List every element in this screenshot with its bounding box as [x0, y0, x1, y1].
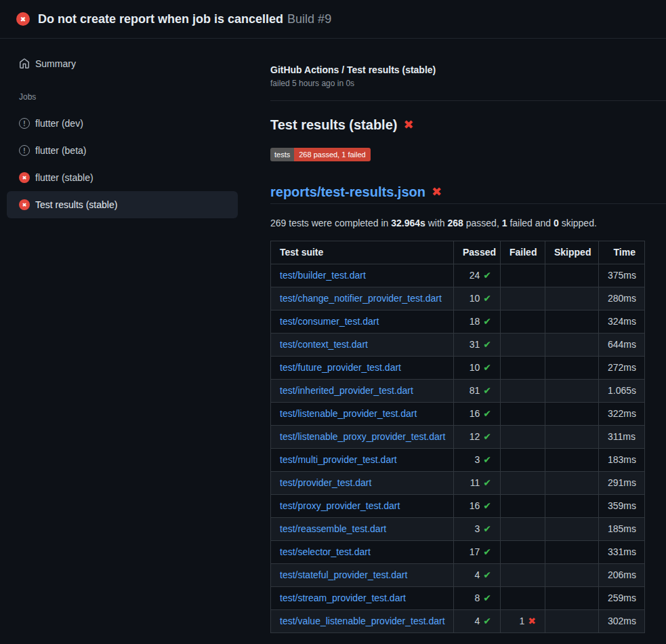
time-cell: 206ms — [599, 564, 645, 587]
failed-cell — [501, 264, 545, 287]
time-cell: 644ms — [599, 334, 645, 357]
time-cell: 331ms — [599, 541, 645, 564]
build-header: ✖ Do not create report when job is cance… — [0, 0, 666, 39]
table-row: test/context_test.dart31✔644ms — [271, 334, 645, 357]
test-suite-link[interactable]: test/inherited_provider_test.dart — [280, 385, 413, 396]
test-suite-link[interactable]: test/listenable_proxy_provider_test.dart — [280, 431, 445, 442]
failed-cell: 1✖ — [501, 610, 545, 633]
time-cell: 302ms — [599, 610, 645, 633]
failed-icon: ✖ — [19, 172, 30, 183]
test-suite-cell: test/proxy_provider_test.dart — [271, 495, 454, 518]
sidebar-item-flutter-stable[interactable]: ✖flutter (stable) — [7, 164, 238, 191]
check-icon: ✔ — [483, 408, 491, 419]
passed-cell: 10✔ — [454, 287, 501, 310]
build-number: Build #9 — [287, 12, 331, 26]
test-suite-cell: test/stream_provider_test.dart — [271, 587, 454, 610]
test-suite-link[interactable]: test/consumer_test.dart — [280, 316, 379, 327]
passed-cell: 24✔ — [454, 264, 501, 287]
failed-cell — [501, 472, 545, 495]
summary-failed-count: 1 — [502, 218, 507, 228]
skipped-cell — [545, 426, 599, 449]
failed-cell — [501, 495, 545, 518]
sidebar-item-summary[interactable]: Summary — [7, 52, 238, 76]
home-icon — [19, 58, 30, 69]
check-icon: ✔ — [483, 316, 491, 327]
job-label: Test results (stable) — [35, 199, 117, 210]
time-cell: 311ms — [599, 426, 645, 449]
failed-cell — [501, 518, 545, 541]
skipped-cell — [545, 403, 599, 426]
test-suite-cell: test/inherited_provider_test.dart — [271, 380, 454, 403]
col-header-skipped: Skipped — [545, 241, 599, 264]
passed-cell: 16✔ — [454, 495, 501, 518]
check-icon: ✔ — [483, 523, 491, 534]
passed-cell: 31✔ — [454, 334, 501, 357]
check-icon: ✔ — [483, 293, 491, 304]
summary-label: Summary — [35, 58, 76, 69]
table-row: test/proxy_provider_test.dart16✔359ms — [271, 495, 645, 518]
skipped-cell — [545, 495, 599, 518]
time-cell: 322ms — [599, 403, 645, 426]
check-icon: ✔ — [483, 569, 491, 580]
test-suite-cell: test/change_notifier_provider_test.dart — [271, 287, 454, 310]
summary-duration: 32.964s — [391, 218, 425, 228]
job-label: flutter (dev) — [35, 118, 83, 129]
failed-x-icon: ✖ — [432, 186, 442, 198]
summary-skipped-count: 0 — [554, 218, 559, 228]
time-cell: 291ms — [599, 472, 645, 495]
section-title-text: Test results (stable) — [270, 116, 397, 134]
time-cell: 185ms — [599, 518, 645, 541]
check-icon: ✔ — [483, 592, 491, 603]
test-suite-link[interactable]: test/value_listenable_provider_test.dart — [280, 616, 445, 626]
test-suite-link[interactable]: test/multi_provider_test.dart — [280, 454, 397, 465]
passed-cell: 4✔ — [454, 610, 501, 633]
sidebar-item-flutter-beta[interactable]: !flutter (beta) — [7, 137, 238, 164]
test-suite-cell: test/context_test.dart — [271, 334, 454, 357]
test-suite-link[interactable]: test/stateful_provider_test.dart — [280, 569, 407, 580]
summary-line: 269 tests were completed in 32.964s with… — [270, 217, 666, 229]
skipped-cell — [545, 610, 599, 633]
test-suite-link[interactable]: test/context_test.dart — [280, 339, 368, 350]
passed-cell: 16✔ — [454, 403, 501, 426]
time-cell: 280ms — [599, 287, 645, 310]
test-suite-link[interactable]: test/selector_test.dart — [280, 546, 371, 557]
sidebar-item-flutter-dev[interactable]: !flutter (dev) — [7, 110, 238, 137]
cancelled-icon: ! — [19, 145, 30, 156]
test-suite-link[interactable]: test/change_notifier_provider_test.dart — [280, 293, 442, 304]
failed-icon: ✖ — [19, 199, 30, 210]
time-cell: 359ms — [599, 495, 645, 518]
test-suite-link[interactable]: test/stream_provider_test.dart — [280, 592, 406, 603]
table-row: test/selector_test.dart17✔331ms — [271, 541, 645, 564]
test-suite-link[interactable]: test/proxy_provider_test.dart — [280, 500, 400, 511]
test-suite-link[interactable]: test/future_provider_test.dart — [280, 362, 401, 373]
test-suite-link[interactable]: test/reassemble_test.dart — [280, 523, 386, 534]
skipped-cell — [545, 357, 599, 380]
table-row: test/provider_test.dart11✔291ms — [271, 472, 645, 495]
col-header-failed: Failed — [501, 241, 545, 264]
report-link[interactable]: reports/test-results.json — [270, 183, 425, 201]
test-suite-link[interactable]: test/listenable_provider_test.dart — [280, 408, 417, 419]
test-suite-link[interactable]: test/provider_test.dart — [280, 477, 371, 488]
table-row: test/listenable_proxy_provider_test.dart… — [271, 426, 645, 449]
sidebar-item-test-results-stable[interactable]: ✖Test results (stable) — [7, 191, 238, 218]
cancelled-icon: ! — [19, 118, 30, 129]
skipped-cell — [545, 541, 599, 564]
col-header-test-suite: Test suite — [271, 241, 454, 264]
test-suite-cell: test/selector_test.dart — [271, 541, 454, 564]
test-suite-link[interactable]: test/builder_test.dart — [280, 270, 366, 281]
test-suite-cell: test/builder_test.dart — [271, 264, 454, 287]
run-meta: failed 5 hours ago in 0s — [270, 79, 666, 88]
divider — [270, 100, 666, 101]
col-header-time: Time — [599, 241, 645, 264]
check-icon: ✔ — [483, 546, 491, 557]
check-icon: ✔ — [483, 616, 491, 626]
test-suite-cell: test/future_provider_test.dart — [271, 357, 454, 380]
time-cell: 1.065s — [599, 380, 645, 403]
test-suite-cell: test/listenable_proxy_provider_test.dart — [271, 426, 454, 449]
test-suite-cell: test/reassemble_test.dart — [271, 518, 454, 541]
check-icon: ✔ — [483, 362, 491, 373]
sidebar: Summary Jobs !flutter (dev)!flutter (bet… — [0, 39, 259, 218]
time-cell: 324ms — [599, 310, 645, 334]
table-row: test/change_notifier_provider_test.dart1… — [271, 287, 645, 310]
time-cell: 183ms — [599, 449, 645, 472]
